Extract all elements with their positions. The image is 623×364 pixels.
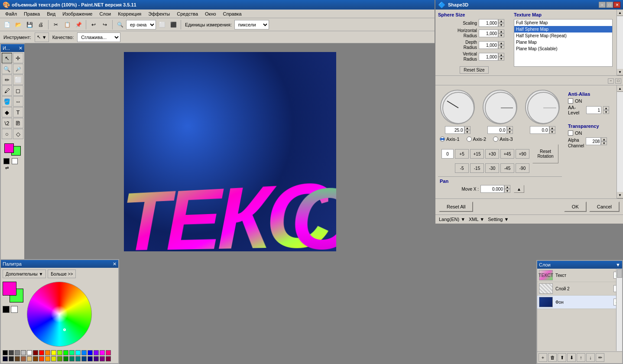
alpha-down[interactable]: ▼ xyxy=(601,141,607,145)
rotation-max-btn[interactable]: □ xyxy=(615,78,621,84)
scaling-up[interactable]: ▲ xyxy=(498,19,504,23)
dial2-down[interactable]: ▼ xyxy=(507,130,513,134)
dial1-value[interactable] xyxy=(445,126,464,134)
layers-add-btn[interactable]: + xyxy=(539,353,547,362)
horiz-radius-up[interactable]: ▲ xyxy=(498,29,504,33)
menu-window[interactable]: Окно xyxy=(201,10,220,17)
menu-image[interactable]: Изображение xyxy=(59,10,96,17)
tb-print[interactable]: 🖨 xyxy=(36,20,46,30)
zoom-dropdown[interactable]: ер окна 100% 50% xyxy=(126,20,156,29)
color-cell-blue[interactable] xyxy=(88,350,93,355)
white-swatch[interactable] xyxy=(11,306,18,313)
step-plus90[interactable]: +90 xyxy=(516,149,529,159)
tool-dropdown-btn[interactable]: ▼ xyxy=(42,35,47,40)
tool-brush[interactable]: 🖊 xyxy=(2,85,12,96)
color-cell-2-3[interactable] xyxy=(15,356,20,361)
units-dropdown[interactable]: пиксели xyxy=(234,20,269,29)
dial1-down[interactable]: ▼ xyxy=(464,130,470,134)
color-cell-teal-light[interactable] xyxy=(69,350,75,355)
texture-full-sphere[interactable]: Full Sphere Map xyxy=(514,20,612,26)
scaling-value[interactable] xyxy=(479,19,498,27)
color-cell-pink[interactable] xyxy=(106,350,111,355)
ok-btn[interactable]: OK xyxy=(564,202,587,212)
texture-plane-map[interactable]: Plane Map xyxy=(514,39,612,46)
shape3d-close-btn[interactable]: ✕ xyxy=(613,2,620,8)
tb-paste[interactable]: 📌 xyxy=(73,20,84,30)
main-canvas[interactable]: ТЕКС О xyxy=(124,52,336,251)
dial3-up[interactable]: ▲ xyxy=(549,126,555,130)
tb-cut[interactable]: ✂ xyxy=(51,20,61,30)
color-cell-black[interactable] xyxy=(3,350,8,355)
tool-zoom-in[interactable]: 🔍 xyxy=(2,64,12,74)
tb-copy[interactable]: 📋 xyxy=(62,20,72,30)
quality-dropdown[interactable]: Сглажива... xyxy=(77,32,120,42)
menu-help[interactable]: Справка xyxy=(220,10,245,17)
aa-level-up[interactable]: ▲ xyxy=(603,106,609,110)
color-cell-2-5[interactable] xyxy=(27,356,32,361)
tool-stamp[interactable]: 🖹 xyxy=(13,118,23,128)
layers-up-btn[interactable]: ↑ xyxy=(577,353,585,362)
reset-size-btn[interactable]: Reset Size xyxy=(460,66,488,74)
reset-all-btn[interactable]: Reset All xyxy=(439,202,473,212)
color-cell-2-16[interactable] xyxy=(94,356,99,361)
tool-text[interactable]: T xyxy=(13,107,23,117)
depth-radius-down[interactable]: ▼ xyxy=(498,45,504,49)
tool-zoom-out-t[interactable]: 🔎 xyxy=(13,64,23,74)
menu-correction[interactable]: Коррекция xyxy=(114,10,145,17)
color-cell-2-17[interactable] xyxy=(100,356,105,361)
color-cell-2-1[interactable] xyxy=(3,356,8,361)
dial2-value[interactable] xyxy=(487,126,507,134)
move-x-up[interactable]: ▲ xyxy=(504,185,510,189)
shape3d-min-btn[interactable]: − xyxy=(599,2,606,8)
tool-move[interactable]: ✛ xyxy=(13,53,23,63)
menu-layers[interactable]: Слои xyxy=(96,10,114,17)
color-cell-2-12[interactable] xyxy=(69,356,75,361)
step-minus5[interactable]: -5 xyxy=(455,163,469,173)
step-minus45[interactable]: -45 xyxy=(500,163,514,173)
color-cell-red-dark[interactable] xyxy=(33,350,38,355)
step-plus30[interactable]: +30 xyxy=(485,149,499,159)
color-cell-2-13[interactable] xyxy=(75,356,81,361)
step-plus5[interactable]: +5 xyxy=(455,149,469,159)
horiz-radius-down[interactable]: ▼ xyxy=(498,33,504,37)
move-x-arrow-btn[interactable]: ▲ xyxy=(514,185,524,193)
color-cell-yellow-green[interactable] xyxy=(57,350,62,355)
alpha-value[interactable] xyxy=(586,137,601,145)
step-minus15[interactable]: -15 xyxy=(470,163,484,173)
color-cell-orange[interactable] xyxy=(45,350,50,355)
color-cell-white[interactable] xyxy=(27,350,32,355)
tool-ellipse[interactable]: ○ xyxy=(2,129,12,139)
scroll-down-btn2[interactable]: ▼ xyxy=(617,192,623,198)
depth-radius-value[interactable] xyxy=(479,41,498,49)
color-cell-red[interactable] xyxy=(39,350,44,355)
color-cell-2-9[interactable] xyxy=(51,356,56,361)
texture-half-sphere[interactable]: Half Sphere Map xyxy=(514,26,612,32)
color-cell-cyan[interactable] xyxy=(75,350,81,355)
scroll-up-btn[interactable]: ▲ xyxy=(617,10,623,16)
menu-tools[interactable]: Средства xyxy=(173,10,201,17)
color-cell-sky[interactable] xyxy=(81,350,87,355)
tool-pencil[interactable]: ✏ xyxy=(2,75,12,85)
texture-half-sphere-repeat[interactable]: Half Sphere Map (Repeat) xyxy=(514,32,612,39)
menu-file[interactable]: Файл xyxy=(2,10,20,17)
tool-arrow[interactable]: ↖ xyxy=(2,53,12,63)
color-cell-2-8[interactable] xyxy=(45,356,50,361)
palette-more-btn[interactable]: Больше >> xyxy=(48,270,76,278)
toolbox-black-swatch[interactable] xyxy=(3,158,10,164)
axis3-radio[interactable]: Axis-3 xyxy=(493,136,513,142)
dial1-up[interactable]: ▲ xyxy=(464,126,470,130)
color-cell-magenta[interactable] xyxy=(100,350,105,355)
layers-move-up-btn[interactable]: ⬇ xyxy=(567,353,576,362)
tb-zoom-out[interactable]: 🔍 xyxy=(115,20,125,30)
dial3[interactable] xyxy=(525,90,560,124)
horiz-radius-value[interactable] xyxy=(479,29,498,37)
menu-edit[interactable]: Правка xyxy=(20,10,43,17)
toolbox-fg-swatch[interactable] xyxy=(4,143,14,153)
color-cell-yellow[interactable] xyxy=(51,350,56,355)
texture-plane-scalable[interactable]: Plane Map (Scalable) xyxy=(514,46,612,52)
tb-open[interactable]: 📂 xyxy=(13,20,23,30)
color-cell-2-7[interactable] xyxy=(39,356,44,361)
color-cell-2-6[interactable] xyxy=(33,356,38,361)
color-cell-gray1[interactable] xyxy=(9,350,14,355)
axis2-radio[interactable]: Axis-2 xyxy=(467,136,487,142)
